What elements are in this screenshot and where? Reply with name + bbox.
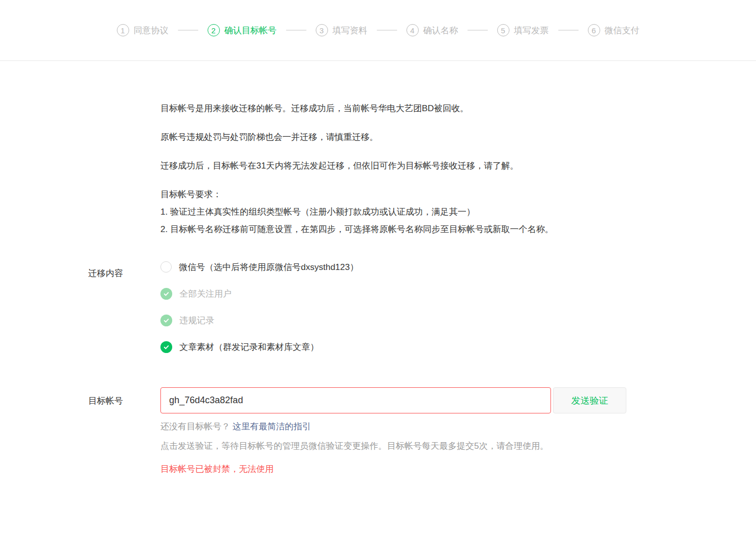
migration-content-options: 微信号（选中后将使用原微信号dxsysthd123） 全部关注用户 违规记录 文…: [160, 259, 358, 355]
step-6-wechat-pay: 6 微信支付: [588, 24, 640, 36]
option-violation-records: 违规记录: [160, 313, 358, 328]
option-all-followers-label: 全部关注用户: [179, 288, 232, 300]
option-article-material[interactable]: 文章素材（群发记录和素材库文章）: [160, 339, 358, 355]
step-2-label: 确认目标帐号: [224, 25, 277, 36]
target-account-label: 目标帐号: [88, 387, 160, 476]
intro-paragraph-1: 目标帐号是用来接收迁移的帐号。迁移成功后，当前帐号华电大艺团BD被回收。: [160, 100, 625, 117]
option-article-material-label: 文章素材（群发记录和素材库文章）: [179, 341, 319, 353]
target-account-error: 目标帐号已被封禁，无法使用: [160, 462, 626, 476]
step-3-fill-info: 3 填写资料: [316, 24, 367, 36]
step-2-confirm-target-account: 2 确认目标帐号: [208, 24, 277, 36]
option-violation-records-label: 违规记录: [179, 315, 214, 326]
intro-paragraph-2: 原帐号违规处罚与处罚阶梯也会一并迁移，请慎重迁移。: [160, 129, 625, 146]
migration-content-section: 迁移内容 微信号（选中后将使用原微信号dxsysthd123） 全部关注用户 违…: [0, 259, 756, 355]
step-3-number-icon: 3: [316, 24, 328, 36]
no-account-hint: 还没有目标帐号？ 这里有最简洁的指引: [160, 420, 626, 434]
step-3-label: 填写资料: [333, 25, 367, 36]
intro-text: 目标帐号是用来接收迁移的帐号。迁移成功后，当前帐号华电大艺团BD被回收。 原帐号…: [160, 100, 625, 238]
step-6-label: 微信支付: [605, 25, 640, 36]
step-divider: [286, 30, 307, 31]
step-divider: [467, 30, 488, 31]
step-4-number-icon: 4: [406, 24, 419, 36]
guide-link[interactable]: 这里有最简洁的指引: [233, 422, 311, 431]
step-divider: [178, 30, 198, 31]
step-5-label: 填写发票: [514, 25, 549, 36]
step-divider: [558, 30, 579, 31]
requirement-2: 2. 目标帐号名称迁移前可随意设置，在第四步，可选择将原帐号名称同步至目标帐号或…: [160, 221, 625, 238]
step-5-number-icon: 5: [497, 24, 509, 36]
step-5-fill-invoice: 5 填写发票: [497, 24, 549, 36]
step-6-number-icon: 6: [588, 24, 600, 36]
target-account-body: 发送验证 还没有目标帐号？ 这里有最简洁的指引 点击发送验证，等待目标帐号的管理…: [160, 387, 626, 476]
step-2-number-icon: 2: [208, 24, 220, 36]
checkbox-checked-icon[interactable]: [160, 341, 172, 353]
requirements-block: 目标帐号要求： 1. 验证过主体真实性的组织类型帐号（注册小额打款成功或认证成功…: [160, 186, 625, 238]
verification-note: 点击发送验证，等待目标帐号的管理员微信验证变更操作。目标帐号每天最多提交5次，请…: [160, 438, 626, 455]
checkbox-unchecked-icon[interactable]: [160, 261, 172, 273]
migration-form: 目标帐号是用来接收迁移的帐号。迁移成功后，当前帐号华电大艺团BD被回收。 原帐号…: [0, 61, 756, 476]
step-4-confirm-name: 4 确认名称: [406, 24, 458, 36]
stepper: 1 同意协议 2 确认目标帐号 3 填写资料 4 确认名称 5 填写发票 6 微…: [117, 24, 640, 36]
step-1-number-icon: 1: [117, 24, 129, 36]
checkbox-checked-disabled-icon: [160, 288, 172, 300]
target-account-section: 目标帐号 发送验证 还没有目标帐号？ 这里有最简洁的指引 点击发送验证，等待目标…: [0, 387, 756, 476]
option-wechat-id[interactable]: 微信号（选中后将使用原微信号dxsysthd123）: [160, 259, 358, 275]
no-account-question: 还没有目标帐号？: [160, 422, 230, 431]
step-divider: [377, 30, 397, 31]
option-all-followers: 全部关注用户: [160, 286, 358, 301]
checkbox-checked-disabled-icon: [160, 315, 172, 326]
migration-content-label: 迁移内容: [88, 259, 160, 355]
intro-paragraph-3: 迁移成功后，目标帐号在31天内将无法发起迁移，但依旧可作为目标帐号接收迁移，请了…: [160, 157, 625, 175]
step-1-agree-agreement: 1 同意协议: [117, 24, 169, 36]
step-4-label: 确认名称: [423, 25, 458, 36]
requirement-1: 1. 验证过主体真实性的组织类型帐号（注册小额打款成功或认证成功，满足其一）: [160, 203, 625, 221]
wizard-header: 1 同意协议 2 确认目标帐号 3 填写资料 4 确认名称 5 填写发票 6 微…: [0, 0, 756, 61]
requirements-title: 目标帐号要求：: [160, 186, 625, 203]
target-account-input-row: 发送验证: [160, 387, 626, 413]
send-verification-button[interactable]: 发送验证: [553, 387, 626, 413]
target-account-input[interactable]: [160, 387, 551, 413]
step-1-label: 同意协议: [134, 25, 169, 36]
option-wechat-id-label: 微信号（选中后将使用原微信号dxsysthd123）: [179, 261, 358, 273]
